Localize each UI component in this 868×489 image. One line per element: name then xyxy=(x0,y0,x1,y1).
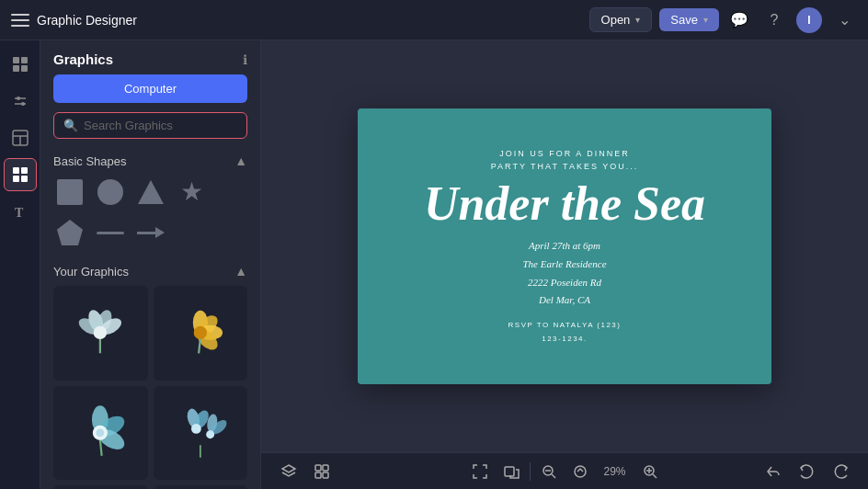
sidebar-icon-text[interactable]: T xyxy=(4,195,37,228)
svg-point-6 xyxy=(17,97,20,100)
shape-triangle-item[interactable] xyxy=(134,176,167,209)
basic-shapes-title: Basic Shapes xyxy=(53,154,127,168)
svg-line-27 xyxy=(199,339,200,353)
help-icon[interactable]: ? xyxy=(761,7,787,33)
topbar-center: Open ▾ Save ▾ xyxy=(589,7,719,32)
bottom-toolbar-right xyxy=(761,459,853,484)
topbar: Graphic Designer Open ▾ Save ▾ 💬 ? I ⌄ xyxy=(0,0,868,40)
bottom-toolbar-left xyxy=(276,459,335,484)
bottom-toolbar-center: 29% xyxy=(467,459,663,484)
sidebar-icon-graphics[interactable] xyxy=(4,158,37,191)
card-rsvp: RSVP TO NATALYA (123) 123-1234. xyxy=(508,319,622,346)
shapes-grid: ★ xyxy=(40,176,260,260)
svg-rect-11 xyxy=(13,167,19,174)
svg-line-65 xyxy=(653,474,657,478)
topbar-right: 💬 ? I ⌄ xyxy=(726,7,857,33)
svg-line-33 xyxy=(100,440,102,456)
svg-point-7 xyxy=(21,102,25,106)
menu-icon[interactable] xyxy=(11,11,29,29)
svg-rect-12 xyxy=(21,167,28,174)
search-box: 🔍 xyxy=(53,112,247,139)
sidebar-icon-layout[interactable] xyxy=(4,121,37,154)
shape-line-item[interactable] xyxy=(94,216,127,249)
icon-sidebar: T xyxy=(0,40,40,489)
svg-point-32 xyxy=(97,428,105,437)
svg-rect-57 xyxy=(315,472,321,478)
layers-icon[interactable] xyxy=(276,459,302,484)
search-icon: 🔍 xyxy=(63,119,78,132)
main-layout: T Graphics ℹ Computer 🔍 Basic Shapes ▲ xyxy=(0,40,868,489)
svg-line-61 xyxy=(552,474,555,478)
design-card: JOIN US FOR A DINNER PARTY THAT TAKES YO… xyxy=(358,108,771,384)
open-button[interactable]: Open ▾ xyxy=(589,7,653,32)
graphic-item-4[interactable] xyxy=(154,386,248,481)
sidebar-icon-image[interactable] xyxy=(4,48,37,81)
graphic-item-6[interactable] xyxy=(154,485,248,489)
history-back-icon[interactable] xyxy=(761,459,787,484)
graphic-item-5[interactable] xyxy=(53,485,148,489)
redo-icon[interactable] xyxy=(828,459,853,484)
sidebar-icon-adjust[interactable] xyxy=(4,85,37,118)
basic-shapes-section-header: Basic Shapes ▲ xyxy=(40,150,260,176)
svg-rect-58 xyxy=(323,472,328,478)
zoom-in-icon[interactable] xyxy=(637,459,663,484)
svg-point-36 xyxy=(191,424,201,434)
shape-arrow-item[interactable] xyxy=(134,216,167,249)
svg-rect-55 xyxy=(315,465,321,471)
undo-icon[interactable] xyxy=(794,459,820,484)
topbar-left: Graphic Designer xyxy=(11,11,582,29)
your-graphics-collapse-icon[interactable]: ▲ xyxy=(234,264,247,279)
graphics-panel: Graphics ℹ Computer 🔍 Basic Shapes ▲ ★ xyxy=(40,40,261,489)
graphic-item-2[interactable] xyxy=(154,286,248,381)
svg-rect-2 xyxy=(13,65,19,72)
svg-marker-54 xyxy=(282,465,295,472)
expand-icon[interactable]: ⌄ xyxy=(831,7,857,33)
avatar[interactable]: I xyxy=(796,7,822,33)
shape-circle-item[interactable] xyxy=(94,176,127,209)
app-title: Graphic Designer xyxy=(37,13,137,28)
bottom-toolbar: 29% xyxy=(261,452,868,489)
shape-square-item[interactable] xyxy=(53,176,86,209)
fit-screen-icon[interactable] xyxy=(467,459,493,484)
shape-pentagon-item[interactable] xyxy=(53,216,86,249)
svg-point-20 xyxy=(94,326,107,339)
svg-rect-0 xyxy=(13,57,19,63)
svg-rect-1 xyxy=(21,57,28,63)
svg-rect-3 xyxy=(21,65,28,72)
panel-header: Graphics ℹ xyxy=(40,40,260,74)
grid-icon[interactable] xyxy=(309,459,335,484)
svg-rect-14 xyxy=(21,176,28,182)
your-graphics-section-header: Your Graphics ▲ xyxy=(40,260,260,286)
save-chevron-icon: ▾ xyxy=(703,15,708,25)
resize-icon[interactable] xyxy=(498,459,524,484)
basic-shapes-collapse-icon[interactable]: ▲ xyxy=(234,154,247,168)
open-chevron-icon: ▾ xyxy=(635,15,640,25)
card-title: Under the Sea xyxy=(424,177,705,230)
info-icon[interactable]: ℹ xyxy=(243,52,247,67)
svg-point-39 xyxy=(206,430,214,438)
save-button[interactable]: Save ▾ xyxy=(659,8,719,31)
your-graphics-title: Your Graphics xyxy=(53,265,129,279)
canvas-workspace[interactable]: JOIN US FOR A DINNER PARTY THAT TAKES YO… xyxy=(261,40,868,452)
graphic-item-3[interactable] xyxy=(53,386,148,481)
canvas-area: JOIN US FOR A DINNER PARTY THAT TAKES YO… xyxy=(261,40,868,489)
computer-button[interactable]: Computer xyxy=(53,74,247,103)
panel-title: Graphics xyxy=(53,51,113,67)
comments-icon[interactable]: 💬 xyxy=(726,7,752,33)
svg-rect-59 xyxy=(505,467,514,476)
graphics-grid xyxy=(40,286,260,489)
svg-point-26 xyxy=(194,326,207,339)
zoom-value: 29% xyxy=(599,465,632,478)
shape-star-item[interactable]: ★ xyxy=(175,176,208,209)
zoom-reset-icon[interactable] xyxy=(567,459,593,484)
search-input[interactable] xyxy=(84,119,237,132)
toolbar-divider xyxy=(530,462,531,481)
zoom-out-icon[interactable] xyxy=(536,459,562,484)
svg-text:T: T xyxy=(15,206,24,220)
svg-point-63 xyxy=(575,466,586,477)
card-details: April 27th at 6pm The Earle Residence 22… xyxy=(522,237,606,310)
svg-rect-13 xyxy=(13,176,19,182)
card-subtitle: JOIN US FOR A DINNER PARTY THAT TAKES YO… xyxy=(491,147,639,174)
svg-rect-56 xyxy=(323,465,328,471)
graphic-item-1[interactable] xyxy=(53,286,148,381)
